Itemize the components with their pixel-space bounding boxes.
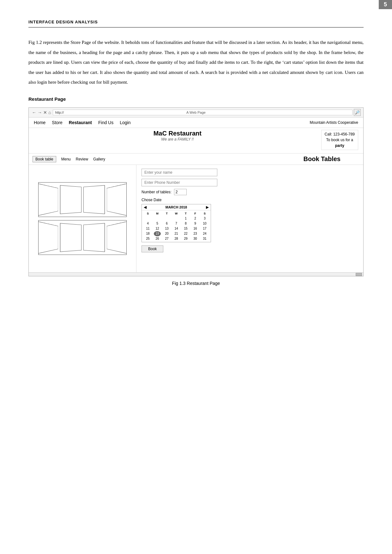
calendar-grid: S M T W T F S xyxy=(142,210,211,242)
section-heading: Restaurant Page xyxy=(28,96,364,102)
cal-cell[interactable]: 7 xyxy=(173,221,180,226)
book-page-3 xyxy=(83,185,105,214)
page-number: 5 xyxy=(379,0,392,9)
name-input[interactable] xyxy=(142,169,217,176)
cal-cell-selected[interactable]: 19 xyxy=(154,231,161,236)
page-header: INTERFACE DESIGN ANALYSIS xyxy=(28,19,364,27)
book-page-7 xyxy=(83,223,105,252)
site-brand: Mountain Artists Cooperative xyxy=(310,120,358,125)
cal-cell[interactable]: 21 xyxy=(173,231,180,236)
cal-cell[interactable]: 24 xyxy=(201,231,208,236)
nav-store[interactable]: Store xyxy=(52,120,62,125)
cal-cell[interactable]: 25 xyxy=(144,236,151,241)
cal-cell[interactable] xyxy=(163,216,170,221)
calendar-next[interactable]: ▶ xyxy=(206,205,209,209)
day-f: F xyxy=(192,211,199,216)
cal-cell[interactable]: 20 xyxy=(163,231,170,236)
calendar-days-header: S M T W T F S xyxy=(143,211,209,216)
brand-name: Mountain Artists Cooperative xyxy=(310,120,358,125)
sub-nav-title: Book Tables xyxy=(304,155,359,163)
cal-cell[interactable]: 12 xyxy=(154,226,161,231)
cal-cell[interactable]: 9 xyxy=(192,221,199,226)
calendar-row-5: 25 26 27 28 29 30 31 xyxy=(143,236,209,241)
cal-cell[interactable] xyxy=(173,216,180,221)
image-bottom xyxy=(38,220,127,255)
figure-caption: Fig 1.3 Restaurant Page xyxy=(28,281,364,286)
calendar-month: MARCH 2018 xyxy=(166,205,187,209)
booking-panel: Number of tables: Chose Date ◀ MARCH 201… xyxy=(136,165,363,272)
header-title: INTERFACE DESIGN ANALYSIS xyxy=(28,20,98,24)
calendar-row-2: 4 5 6 7 8 9 10 xyxy=(143,221,209,226)
site-title: MaC Restaurant xyxy=(34,130,321,137)
browser-mockup: ← → ✕ ⌂ A Web Page 🔎 Home Store Restaura… xyxy=(28,107,364,277)
image-panel xyxy=(29,165,136,272)
calendar-row-3: 11 12 13 14 15 16 17 xyxy=(143,226,209,231)
nav-login[interactable]: Login xyxy=(120,120,130,125)
tables-input[interactable] xyxy=(174,189,187,195)
site-contact: Call: 123-456-789To book us for aparty xyxy=(321,130,358,150)
calendar-header: ◀ MARCH 2018 ▶ xyxy=(142,204,211,210)
book-page-5 xyxy=(38,221,58,254)
sub-nav-gallery[interactable]: Gallery xyxy=(93,157,105,161)
cal-cell[interactable]: 4 xyxy=(144,221,151,226)
back-button[interactable]: ← xyxy=(31,110,37,115)
cal-cell[interactable]: 16 xyxy=(192,226,199,231)
forward-button[interactable]: → xyxy=(37,110,43,115)
cal-cell[interactable] xyxy=(154,216,161,221)
cal-cell[interactable]: 17 xyxy=(201,226,208,231)
scrollbar-thumb[interactable] xyxy=(356,273,362,276)
site-nav: Home Store Restaurant Find Us Login Moun… xyxy=(29,117,363,128)
sub-nav-review[interactable]: Review xyxy=(76,157,88,161)
day-w: W xyxy=(173,211,180,216)
calendar-row-1: 1 2 3 xyxy=(143,216,209,221)
cal-cell[interactable]: 3 xyxy=(201,216,208,221)
home-button[interactable]: ⌂ xyxy=(48,110,51,115)
cal-cell[interactable]: 6 xyxy=(163,221,170,226)
cal-cell[interactable]: 1 xyxy=(182,216,189,221)
cal-cell[interactable]: 26 xyxy=(154,236,161,241)
cal-cell[interactable]: 28 xyxy=(173,236,180,241)
nav-home[interactable]: Home xyxy=(34,120,45,125)
nav-findus[interactable]: Find Us xyxy=(98,120,113,125)
cal-cell[interactable]: 15 xyxy=(182,226,189,231)
cal-cell[interactable]: 23 xyxy=(192,231,199,236)
day-t2: T xyxy=(182,211,189,216)
cal-cell[interactable]: 10 xyxy=(201,221,208,226)
phone-input[interactable] xyxy=(142,179,217,186)
day-s2: S xyxy=(201,211,208,216)
cal-cell[interactable]: 31 xyxy=(201,236,208,241)
go-button[interactable]: 🔎 xyxy=(354,109,361,116)
site-subtitle: We are a FAMILY !! xyxy=(34,137,321,142)
cal-cell[interactable]: 27 xyxy=(163,236,170,241)
nav-restaurant[interactable]: Restaurant xyxy=(69,120,92,125)
tables-row: Number of tables: xyxy=(142,189,358,195)
book-button[interactable]: Book xyxy=(142,245,163,252)
cal-cell[interactable]: 22 xyxy=(182,231,189,236)
sub-nav: Book table Menu Review Gallery Book Tabl… xyxy=(29,154,363,165)
browser-scrollbar xyxy=(29,272,363,276)
close-button[interactable]: ✕ xyxy=(43,110,48,115)
cal-cell[interactable]: 8 xyxy=(182,221,189,226)
sub-nav-menu[interactable]: Menu xyxy=(61,157,71,161)
cal-cell[interactable]: 18 xyxy=(144,231,151,236)
cal-cell[interactable]: 2 xyxy=(192,216,199,221)
book-page-4 xyxy=(107,183,127,216)
calendar-prev[interactable]: ◀ xyxy=(144,205,147,209)
browser-toolbar: ← → ✕ ⌂ A Web Page 🔎 xyxy=(29,108,363,117)
book-page-6 xyxy=(60,223,81,252)
image-top xyxy=(38,182,127,217)
calendar: ◀ MARCH 2018 ▶ S M T W T xyxy=(142,204,211,242)
site-title-area: MaC Restaurant We are a FAMILY !! xyxy=(34,130,321,142)
cal-cell[interactable]: 13 xyxy=(163,226,170,231)
sub-nav-book-table[interactable]: Book table xyxy=(33,156,56,162)
cal-cell[interactable]: 11 xyxy=(144,226,151,231)
tables-label: Number of tables: xyxy=(142,190,172,194)
cal-cell[interactable]: 30 xyxy=(192,236,199,241)
cal-cell[interactable]: 14 xyxy=(173,226,180,231)
day-s1: S xyxy=(144,211,151,216)
website-content: Home Store Restaurant Find Us Login Moun… xyxy=(29,117,363,276)
body-paragraph: Fig 1.2 represents the Store Page of the… xyxy=(28,38,364,87)
cal-cell[interactable]: 29 xyxy=(182,236,189,241)
cal-cell[interactable]: 5 xyxy=(154,221,161,226)
cal-cell[interactable] xyxy=(144,216,151,221)
